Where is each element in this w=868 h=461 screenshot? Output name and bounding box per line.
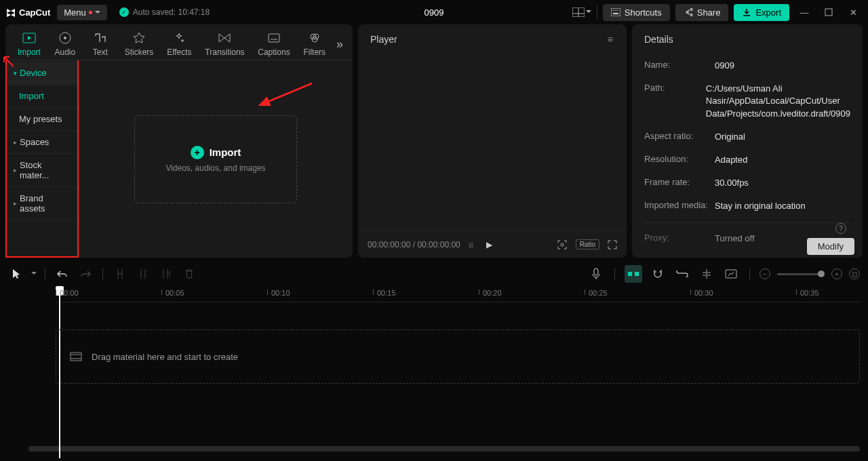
- detail-res-label: Resolution:: [644, 154, 715, 166]
- tab-effects[interactable]: Effects: [160, 28, 198, 60]
- svg-rect-19: [594, 268, 598, 275]
- player-time: 00:00:00:00 / 00:00:00:00: [368, 240, 460, 249]
- detail-media-value: Stay in original location: [715, 200, 850, 212]
- zoom-out-icon[interactable]: −: [760, 268, 770, 279]
- ratio-button[interactable]: Ratio: [576, 239, 599, 249]
- cursor-tool-icon[interactable]: [8, 265, 26, 283]
- trim-left-icon[interactable]: [134, 265, 152, 283]
- tab-import[interactable]: Import: [11, 28, 47, 60]
- annotation-arrow-icon: [3, 56, 15, 68]
- svg-point-18: [561, 243, 564, 246]
- timeline-ruler[interactable]: 00:00 00:05 00:10 00:15 00:20 00:25 00:3…: [56, 286, 860, 302]
- modify-button[interactable]: Modify: [807, 238, 854, 255]
- player-title: Player: [370, 34, 397, 45]
- mic-icon[interactable]: [587, 265, 605, 283]
- magnet-icon[interactable]: [649, 265, 667, 283]
- detail-aspect-label: Aspect ratio:: [644, 131, 715, 143]
- tick: 00:35: [800, 289, 819, 297]
- timeline[interactable]: 00:00 00:05 00:10 00:15 00:20 00:25 00:3…: [0, 286, 868, 457]
- details-title: Details: [644, 34, 673, 45]
- menu-button[interactable]: Menu: [57, 5, 107, 20]
- detail-proxy-label: Proxy:: [644, 233, 715, 245]
- delete-icon[interactable]: [180, 265, 198, 283]
- svg-rect-23: [71, 353, 81, 361]
- svg-rect-21: [635, 272, 639, 276]
- cursor-dropdown-icon[interactable]: [31, 272, 37, 276]
- undo-icon[interactable]: [54, 265, 71, 283]
- minimize-icon[interactable]: —: [795, 3, 814, 22]
- import-hint: Videos, audios, and images: [165, 163, 265, 173]
- svg-rect-8: [825, 9, 832, 16]
- svg-point-4: [612, 9, 613, 10]
- film-icon: [70, 352, 82, 361]
- maximize-icon[interactable]: [819, 3, 838, 22]
- timeline-scrollbar[interactable]: [28, 446, 860, 452]
- svg-rect-3: [611, 8, 620, 16]
- plus-icon: +: [191, 146, 204, 159]
- shortcuts-button[interactable]: Shortcuts: [603, 4, 670, 21]
- app-logo: CapCut: [5, 7, 50, 18]
- tab-filters[interactable]: Filters: [297, 28, 332, 60]
- detail-path-value: C:/Users/Usman Ali Nasir/AppData/Local/C…: [706, 83, 850, 120]
- sidebar-item-import[interactable]: Import: [7, 85, 77, 108]
- expand-icon[interactable]: [608, 240, 617, 249]
- import-sidebar: ▾Device Import My presets ▸Spaces ▸Stock…: [5, 60, 79, 258]
- import-dropzone[interactable]: +Import Videos, audios, and images: [134, 115, 297, 203]
- svg-point-5: [614, 9, 615, 10]
- tick: 00:05: [165, 289, 184, 297]
- tab-captions[interactable]: Captions: [251, 28, 296, 60]
- detail-aspect-value: Original: [715, 131, 850, 143]
- player-menu-icon[interactable]: ≡: [608, 34, 614, 45]
- tab-audio[interactable]: Audio: [47, 28, 83, 60]
- tick: 00:30: [694, 289, 713, 297]
- sidebar-item-spaces[interactable]: ▸Spaces: [7, 131, 77, 154]
- fullscreen-scan-icon[interactable]: [557, 239, 568, 250]
- svg-line-17: [260, 83, 312, 105]
- tab-text[interactable]: Text: [83, 28, 118, 60]
- sidebar-item-device[interactable]: ▾Device: [7, 62, 77, 85]
- check-icon: ✓: [119, 7, 129, 17]
- snap-icon[interactable]: [625, 265, 642, 283]
- sidebar-item-presets[interactable]: My presets: [7, 108, 77, 131]
- timeline-drop-hint[interactable]: Drag material here and start to create: [56, 329, 860, 384]
- tab-transitions[interactable]: Transitions: [199, 28, 252, 60]
- info-icon[interactable]: ?: [835, 223, 846, 234]
- close-icon[interactable]: ✕: [844, 3, 863, 22]
- link-icon[interactable]: [673, 265, 691, 283]
- tick: 00:10: [271, 289, 290, 297]
- share-button[interactable]: Share: [675, 4, 729, 21]
- autosave-status: ✓ Auto saved: 10:47:18: [119, 7, 210, 17]
- annotation-arrow-icon: [254, 82, 315, 109]
- zoom-slider[interactable]: [777, 273, 825, 275]
- svg-rect-7: [613, 13, 618, 14]
- redo-icon[interactable]: [77, 265, 94, 283]
- detail-res-value: Adapted: [715, 154, 850, 166]
- zoom-fit-icon[interactable]: ⊡: [849, 268, 860, 279]
- export-button[interactable]: Export: [734, 4, 789, 21]
- detail-name-value: 0909: [715, 60, 850, 72]
- sidebar-item-brand[interactable]: ▸Brand assets: [7, 187, 77, 220]
- svg-rect-20: [628, 272, 632, 276]
- split-icon[interactable]: [111, 265, 129, 283]
- player-viewport[interactable]: [358, 54, 627, 230]
- layout-icon[interactable]: [572, 3, 591, 22]
- svg-rect-12: [269, 34, 279, 42]
- sidebar-item-stock[interactable]: ▸Stock mater...: [7, 154, 77, 187]
- svg-point-11: [64, 37, 66, 39]
- tabs-more-icon[interactable]: »: [332, 37, 347, 52]
- align-icon[interactable]: [698, 265, 715, 283]
- media-panel: Import Audio Text Stickers Effects Trans…: [5, 24, 353, 258]
- play-button[interactable]: ▶: [486, 240, 492, 249]
- trim-right-icon[interactable]: [157, 265, 175, 283]
- zoom-in-icon[interactable]: +: [831, 268, 842, 279]
- preview-icon[interactable]: [722, 265, 740, 283]
- volume-icon[interactable]: ⫼: [467, 240, 475, 249]
- details-panel: Details Name:0909 Path:C:/Users/Usman Al…: [632, 24, 863, 258]
- svg-point-6: [616, 9, 617, 10]
- detail-media-label: Imported media:: [644, 200, 715, 212]
- detail-path-label: Path:: [644, 83, 706, 120]
- tick: 00:15: [377, 289, 396, 297]
- tab-stickers[interactable]: Stickers: [118, 28, 160, 60]
- project-title: 0909: [425, 7, 444, 18]
- tick: 00:25: [589, 289, 608, 297]
